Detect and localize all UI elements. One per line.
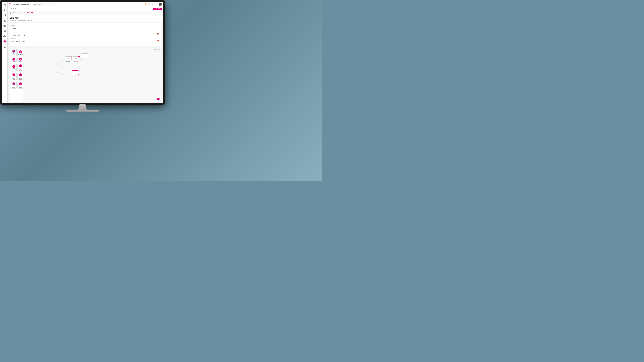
schedules-label: Schedules	[18, 53, 22, 55]
svg-rect-2	[4, 15, 4, 16]
timer-icon: ⏱	[9, 8, 11, 10]
start-date-field: Start date 📅	[12, 31, 160, 37]
palette-hunt-group[interactable]: 👥 Hunt Group	[11, 82, 16, 89]
end-date-field: End date 📅	[12, 38, 160, 43]
svg-point-9	[4, 46, 5, 47]
next-flow-label: Next Flow	[154, 49, 160, 50]
page-title: Edit VRT	[10, 16, 162, 19]
breadcrumb: 🏠 › Visual routing tree › Edit VRT	[8, 11, 164, 15]
menus-label: Menus	[19, 61, 22, 62]
name-input[interactable]	[12, 27, 160, 30]
call-forward-label: Call Forward Selective	[18, 76, 22, 80]
svg-point-10	[5, 46, 6, 47]
svg-line-13	[55, 64, 63, 68]
node-close-unknown2[interactable]: ✕	[78, 56, 80, 57]
menus-icon: 📋	[19, 58, 22, 60]
flow-node-hunt-group[interactable]: Hunt Group4444022	[72, 70, 79, 76]
palette-user-voicemail[interactable]: ✉ User Voicemail	[11, 63, 16, 72]
breadcrumb-sep2: ›	[26, 12, 26, 14]
add-node-button[interactable]: +	[157, 97, 160, 100]
schedules-icon: 📅	[19, 50, 22, 53]
start-date-input[interactable]	[12, 34, 160, 37]
palette-call-forward[interactable]: 📲 Call Forward Selective	[17, 73, 23, 81]
start-date-calendar-icon[interactable]: 📅	[157, 33, 159, 35]
flow-node-transfer[interactable]: Transfer totransfer3203A93	[80, 53, 88, 58]
palette-transfer-no-prompt[interactable]: → Transfer without prompt	[11, 73, 16, 81]
canvas-area: 👤 Auto Attendant 📅 Schedules ☰ Submenu	[10, 48, 162, 102]
node-unknown2-label: unknown	[74, 61, 78, 62]
timer-value: O:08:16 s	[11, 8, 17, 10]
app-title: Unified Communications	[12, 3, 29, 5]
user-voicemail-label: User Voicemail	[12, 68, 16, 70]
svg-point-4	[4, 20, 5, 21]
submenu-icon: ☰	[12, 58, 15, 60]
node-box-unknown2: ✕ unk	[73, 56, 79, 60]
name-field: Name	[12, 25, 160, 30]
palette-call-group[interactable]: 🔊 Call Group	[17, 82, 23, 89]
flow-node-unknown2[interactable]: ✕ unk unknown	[73, 56, 79, 62]
user-avatar[interactable]	[158, 2, 162, 6]
node-hunt-group-text: Hunt Group4444022	[73, 72, 78, 74]
svg-line-18	[55, 72, 63, 74]
node-box-unknown1: ✕ unk	[65, 56, 72, 60]
hunt-group-label: Hunt Group	[12, 85, 16, 88]
node-box-hunt-group: Hunt Group4444022	[72, 70, 79, 75]
call-group-icon: 🔊	[19, 82, 22, 85]
sidebar-item-settings[interactable]	[2, 24, 7, 28]
end-date-calendar-icon[interactable]: 📅	[157, 40, 159, 42]
notifications-button[interactable]: 🔔 1	[144, 3, 147, 6]
call-group-label: Call Group	[18, 85, 22, 88]
node-unknown1-text: unk	[68, 58, 69, 59]
palette-menus[interactable]: 📋 Menus	[17, 57, 23, 63]
flow-node-unknown1[interactable]: ✕ unk unknown	[65, 56, 72, 62]
hunt-group-icon: 👥	[12, 82, 15, 85]
transfer-no-prompt-label: Transfer without prompt	[12, 76, 16, 80]
breadcrumb-edit-vrt: Edit VRT	[27, 12, 33, 14]
transfer-operator-icon: 📞	[19, 64, 22, 67]
sidebar-item-list[interactable]	[2, 29, 7, 33]
svg-rect-0	[4, 14, 4, 15]
app-container: T Unified Communications 🔔 1 ⚠ ⚙ ?	[2, 1, 164, 103]
node-unknown1-label: unknown	[66, 61, 70, 62]
component-palette: 👤 Auto Attendant 📅 Schedules ☰ Submenu	[10, 48, 23, 102]
help-icon[interactable]: ?	[155, 3, 158, 6]
name-label: Name	[12, 25, 160, 26]
svg-point-24	[80, 59, 81, 60]
sidebar-item-home[interactable]	[2, 3, 7, 7]
back-button[interactable]: ← BACK	[153, 8, 162, 10]
sidebar-item-user[interactable]	[2, 18, 7, 22]
svg-point-22	[55, 72, 56, 73]
search-input[interactable]	[32, 3, 56, 6]
breadcrumb-home-icon[interactable]: 🏠	[10, 12, 12, 14]
svg-line-12	[55, 60, 63, 64]
sidebar-item-star[interactable]	[2, 8, 7, 12]
search-container[interactable]	[32, 2, 56, 6]
node-transfer-text: Transfer totransfer3203A93	[82, 54, 86, 57]
alerts-icon[interactable]: ⚠	[148, 3, 150, 6]
end-date-label: End date	[12, 38, 160, 39]
sidebar-item-vrt[interactable]	[2, 39, 7, 43]
t-logo-icon: T	[9, 3, 11, 6]
flow-canvas[interactable]: Next Flow	[23, 48, 161, 102]
node-close-unknown1[interactable]: ✕	[71, 56, 72, 57]
palette-schedules[interactable]: 📅 Schedules	[17, 49, 23, 56]
node-unknown2-text: unk	[76, 58, 77, 59]
palette-submenu[interactable]: ☰ Submenu	[11, 57, 16, 63]
sidebar-item-link[interactable]	[2, 34, 7, 38]
svg-rect-6	[4, 31, 6, 31]
svg-point-21	[63, 59, 64, 60]
end-date-input[interactable]	[12, 41, 160, 43]
notification-badge: 1	[146, 2, 147, 3]
palette-transfer-operator[interactable]: 📞 Transfer to operator	[17, 63, 23, 72]
secondary-bar: ⏱ O:08:16 s ← BACK	[8, 7, 164, 11]
sidebar-item-users[interactable]	[2, 45, 7, 49]
submenu-label: Submenu	[12, 61, 16, 62]
hunt-group-connector-dot	[75, 75, 76, 76]
svg-rect-1	[5, 14, 6, 15]
palette-auto-attendant[interactable]: 👤 Auto Attendant	[11, 49, 16, 56]
sidebar-item-grid[interactable]	[2, 13, 7, 17]
breadcrumb-vrt[interactable]: Visual routing tree	[14, 12, 25, 14]
sidebar	[2, 1, 8, 103]
transfer-no-prompt-icon: →	[12, 73, 15, 76]
settings-icon[interactable]: ⚙	[151, 3, 154, 6]
